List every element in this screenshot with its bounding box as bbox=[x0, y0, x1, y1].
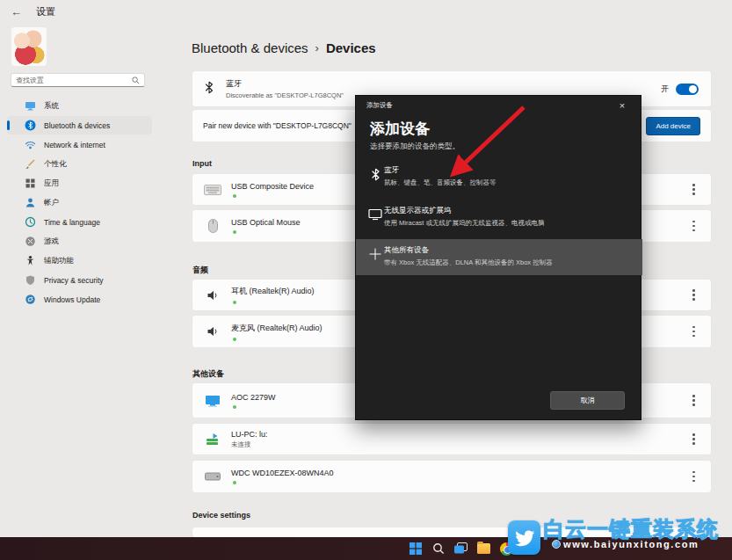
sidebar-item-label: 个性化 bbox=[44, 159, 67, 170]
bluetooth-icon bbox=[25, 120, 36, 131]
sidebar-item-label: Network & internet bbox=[44, 141, 105, 149]
dialog-heading: 添加设备 bbox=[370, 119, 430, 139]
gaming-icon bbox=[25, 236, 36, 247]
search-button[interactable] bbox=[431, 542, 446, 556]
status-dot bbox=[233, 481, 236, 484]
page-title: Devices bbox=[326, 40, 376, 55]
sidebar-item-accessibility[interactable]: 辅助功能 bbox=[0, 251, 152, 270]
toggle-knob bbox=[689, 85, 697, 93]
more-options-icon[interactable] bbox=[692, 221, 695, 232]
app-title: 设置 bbox=[36, 5, 55, 18]
twitter-bird-logo bbox=[508, 520, 540, 555]
sidebar: ← 设置 系统 Bluetooth & devices Network & in… bbox=[0, 0, 192, 537]
back-icon[interactable]: ← bbox=[11, 5, 22, 18]
app-titlebar: ← 设置 bbox=[11, 5, 55, 18]
sidebar-item-apps[interactable]: 应用 bbox=[0, 174, 152, 193]
device-status: 未连接 bbox=[231, 440, 692, 449]
more-options-icon[interactable] bbox=[692, 289, 695, 301]
close-icon[interactable]: × bbox=[614, 100, 630, 111]
device-row-lu-pc[interactable]: LU-PC: lu:未连接 bbox=[192, 423, 712, 455]
system-icon bbox=[25, 100, 36, 112]
option-title: 其他所有设备 bbox=[384, 245, 553, 256]
plus-icon bbox=[366, 248, 384, 260]
speaker-icon bbox=[201, 325, 224, 338]
section-header-audio: 音频 bbox=[192, 265, 208, 276]
option-desc: 使用 Miracast 或无线扩展坞的无线监视器、电视或电脑 bbox=[384, 219, 545, 228]
status-dot bbox=[233, 405, 236, 409]
pair-device-label: Pair new device with "DESKTOP-L7G8CQN" bbox=[203, 121, 352, 130]
display-icon bbox=[366, 208, 384, 221]
add-device-dialog: 添加设备 × 添加设备 选择要添加的设备的类型。 蓝牙 鼠标、键盘、笔、音频设备… bbox=[355, 95, 641, 420]
more-options-icon[interactable] bbox=[692, 326, 695, 338]
sidebar-item-label: 应用 bbox=[44, 178, 59, 189]
option-title: 蓝牙 bbox=[384, 165, 496, 176]
section-header-other-devices: 其他设备 bbox=[192, 368, 224, 380]
sidebar-item-gaming[interactable]: 游戏 bbox=[0, 232, 152, 251]
device-row-wdc-drive[interactable]: WDC WD10EZEX-08WN4A0 bbox=[192, 460, 712, 493]
option-desc: 鼠标、键盘、笔、音频设备、控制器等 bbox=[384, 178, 496, 187]
personalization-icon bbox=[25, 158, 36, 170]
monitor-icon bbox=[201, 395, 224, 407]
bluetooth-icon bbox=[366, 168, 384, 181]
toggle-state-label: 开 bbox=[661, 84, 669, 95]
more-options-icon[interactable] bbox=[692, 395, 695, 406]
task-view-button[interactable] bbox=[453, 542, 468, 556]
option-title: 无线显示器或扩展坞 bbox=[384, 206, 545, 216]
sidebar-item-network[interactable]: Network & internet bbox=[0, 135, 152, 154]
watermark-url: www.baiyunxitong.com bbox=[552, 539, 699, 549]
start-button[interactable] bbox=[408, 542, 423, 556]
keyboard-icon bbox=[201, 185, 224, 195]
windows-update-icon bbox=[25, 294, 36, 305]
device-title: LU-PC: lu: bbox=[231, 430, 692, 439]
sidebar-item-privacy-security[interactable]: Privacy & security bbox=[0, 271, 152, 289]
dialog-option-bluetooth[interactable]: 蓝牙 鼠标、键盘、笔、音频设备、控制器等 bbox=[356, 159, 642, 198]
sidebar-item-label: 系统 bbox=[44, 101, 59, 112]
time-language-icon bbox=[25, 216, 36, 228]
dialog-titlebar: 添加设备 × bbox=[356, 96, 641, 115]
sidebar-item-label: 帐户 bbox=[44, 198, 59, 208]
status-dot bbox=[233, 338, 236, 341]
drive-icon bbox=[201, 472, 224, 481]
dialog-titlebar-label: 添加设备 bbox=[366, 101, 393, 110]
avatar[interactable] bbox=[11, 27, 47, 66]
sidebar-nav: 系统 Bluetooth & devices Network & interne… bbox=[0, 96, 192, 309]
sidebar-item-time-language[interactable]: Time & language bbox=[0, 213, 152, 231]
more-options-icon[interactable] bbox=[692, 433, 695, 445]
breadcrumb-parent[interactable]: Bluetooth & devices bbox=[192, 40, 308, 55]
search-box[interactable] bbox=[11, 73, 145, 87]
status-dot bbox=[233, 230, 236, 234]
sidebar-item-bluetooth-devices[interactable]: Bluetooth & devices bbox=[7, 116, 152, 135]
sidebar-item-label: Windows Update bbox=[44, 295, 100, 304]
sidebar-item-label: Privacy & security bbox=[44, 276, 104, 285]
device-title: WDC WD10EZEX-08WN4A0 bbox=[231, 469, 692, 477]
file-explorer-button[interactable] bbox=[476, 542, 491, 556]
add-device-button[interactable]: Add device bbox=[646, 117, 700, 135]
selected-accent-bar bbox=[7, 120, 10, 130]
more-options-icon[interactable] bbox=[692, 184, 695, 195]
globe-icon bbox=[552, 540, 561, 549]
search-input[interactable] bbox=[16, 76, 132, 84]
option-desc: 带有 Xbox 无线适配器、DLNA 和其他设备的 Xbox 控制器 bbox=[384, 258, 553, 267]
accessibility-icon bbox=[25, 255, 36, 266]
sidebar-item-label: Time & language bbox=[44, 218, 100, 227]
watermark-url-text: www.baiyunxitong.com bbox=[563, 539, 699, 549]
speaker-icon bbox=[201, 289, 224, 302]
media-server-icon bbox=[201, 433, 224, 446]
status-dot bbox=[233, 194, 236, 198]
sidebar-item-windows-update[interactable]: Windows Update bbox=[0, 290, 152, 309]
sidebar-item-label: 辅助功能 bbox=[44, 256, 74, 266]
dialog-option-wireless-display[interactable]: 无线显示器或扩展坞 使用 Miracast 或无线扩展坞的无线监视器、电视或电脑 bbox=[356, 200, 642, 238]
dialog-subtitle: 选择要添加的设备的类型。 bbox=[370, 142, 460, 152]
sidebar-item-system[interactable]: 系统 bbox=[0, 97, 152, 115]
bluetooth-toggle[interactable] bbox=[676, 84, 699, 95]
bluetooth-icon bbox=[205, 81, 214, 98]
sidebar-item-personalization[interactable]: 个性化 bbox=[0, 155, 152, 173]
bluetooth-title: 蓝牙 bbox=[226, 78, 661, 90]
cancel-button[interactable]: 取消 bbox=[550, 391, 625, 410]
sidebar-item-label: Bluetooth & devices bbox=[44, 121, 110, 130]
dialog-option-everything-else[interactable]: 其他所有设备 带有 Xbox 无线适配器、DLNA 和其他设备的 Xbox 控制… bbox=[356, 239, 642, 275]
more-options-icon[interactable] bbox=[692, 471, 695, 483]
section-header-device-settings: Device settings bbox=[192, 511, 250, 520]
sidebar-item-accounts[interactable]: 帐户 bbox=[0, 193, 152, 212]
settings-window: ← 设置 系统 Bluetooth & devices Network & in… bbox=[0, 0, 732, 560]
